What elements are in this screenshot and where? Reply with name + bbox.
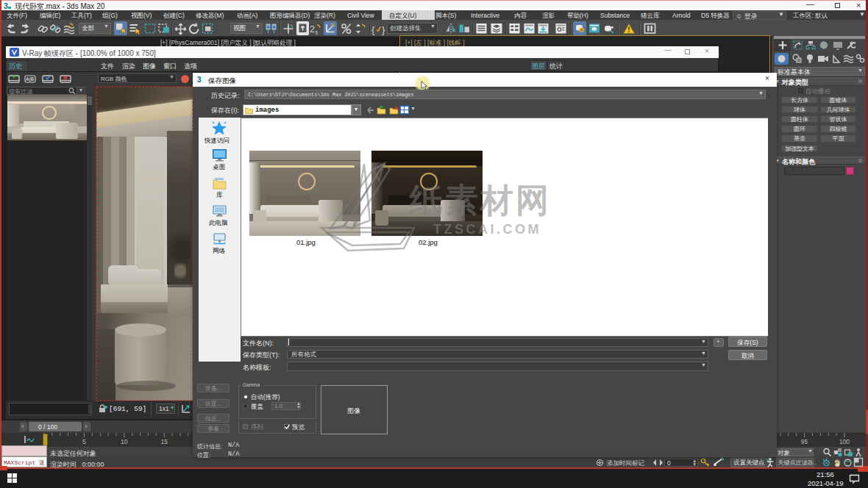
svg-text:3: 3 xyxy=(197,76,202,84)
svg-text:2: 2 xyxy=(310,24,315,35)
svg-text:A|B: A|B xyxy=(26,76,35,82)
svg-text:10: 10 xyxy=(121,438,128,445)
svg-text:5: 5 xyxy=(82,438,86,445)
svg-text:{: { xyxy=(371,24,375,35)
svg-text:5: 5 xyxy=(316,30,319,35)
svg-text:}: } xyxy=(382,24,385,35)
svg-text:15: 15 xyxy=(160,438,168,445)
svg-text:95: 95 xyxy=(801,438,808,445)
svg-text:100: 100 xyxy=(839,438,850,445)
